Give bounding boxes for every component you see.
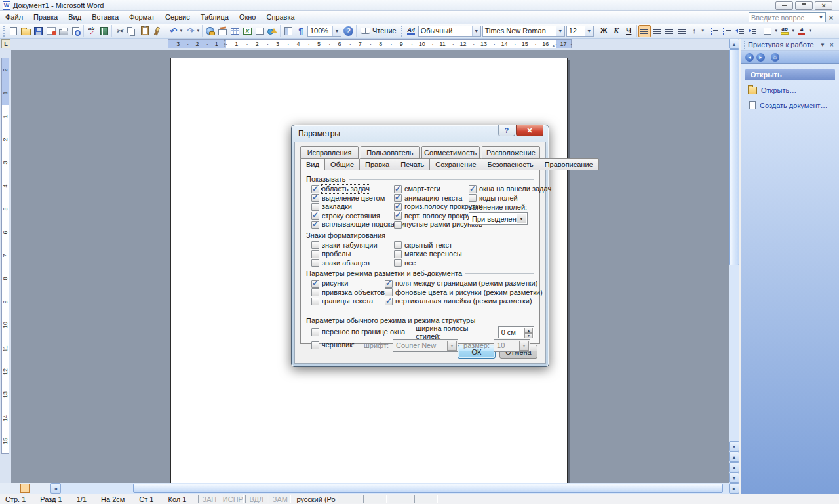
taskpane-link[interactable]: Создать документ… — [748, 101, 834, 109]
menu-item[interactable]: Файл — [0, 11, 28, 24]
tab-selector[interactable]: L — [1, 39, 10, 48]
styles-panel-button[interactable]: A4 — [405, 25, 418, 37]
chevron-down-icon[interactable]: ▼ — [817, 13, 825, 22]
checkbox-option[interactable]: область задач — [311, 185, 394, 193]
research-button[interactable] — [98, 25, 110, 37]
chevron-down-icon[interactable]: ▼ — [332, 26, 341, 36]
outline-view-button[interactable] — [30, 484, 40, 493]
checkbox-option[interactable]: выделение цветом — [311, 194, 394, 203]
copy-button[interactable] — [126, 25, 138, 37]
email-button[interactable] — [45, 25, 57, 37]
close-icon[interactable]: × — [826, 14, 836, 22]
format-painter-button[interactable] — [151, 25, 163, 37]
vertical-scrollbar[interactable]: ▲ ▼ ▲ ● ▼ — [729, 39, 739, 483]
checkbox[interactable] — [394, 259, 402, 267]
dialog-tab[interactable]: Совместимость — [421, 146, 480, 159]
bullet-list-button[interactable] — [721, 25, 733, 37]
insert-table-button[interactable] — [229, 25, 241, 37]
minimize-button[interactable] — [775, 1, 793, 10]
dialog-tab[interactable]: Исправления — [300, 146, 359, 159]
next-page-icon[interactable]: ▼ — [729, 473, 739, 483]
scroll-up-icon[interactable]: ▲ — [729, 39, 739, 49]
forward-icon[interactable]: ► — [756, 53, 765, 62]
chevron-down-icon[interactable]: ▼ — [585, 26, 593, 36]
field-shading-combobox[interactable]: При выделении ▼ — [469, 212, 528, 225]
horizontal-scrollbar[interactable]: ◄ ► — [0, 483, 739, 494]
checkbox[interactable] — [311, 185, 319, 193]
checkbox[interactable] — [469, 185, 477, 193]
spin-down-icon[interactable]: ▼ — [524, 333, 533, 338]
checkbox[interactable] — [469, 194, 477, 202]
line-spacing-dropdown-icon[interactable]: ▼ — [701, 29, 705, 33]
tables-borders-button[interactable] — [216, 25, 229, 37]
dialog-tab[interactable]: Расположение — [482, 146, 540, 159]
checkbox-option[interactable]: фоновые цвета и рисунки (режим разметки) — [385, 288, 543, 297]
checkbox[interactable] — [311, 194, 319, 202]
chevron-down-icon[interactable]: ▼ — [556, 26, 564, 36]
scroll-down-icon[interactable]: ▼ — [729, 441, 739, 452]
checkbox-option[interactable]: смарт-теги — [394, 185, 469, 193]
status-toggle[interactable]: ВДЛ — [245, 495, 267, 503]
reading-mode-button[interactable]: Чтение — [358, 24, 399, 37]
checkbox[interactable] — [394, 203, 402, 211]
font-color-dropdown-icon[interactable]: ▼ — [808, 29, 813, 33]
print-button[interactable] — [57, 25, 69, 37]
font-combobox[interactable]: Times New Roman ▼ — [482, 26, 565, 37]
chevron-down-icon[interactable]: ▼ — [818, 42, 827, 48]
close-icon[interactable]: × — [827, 41, 836, 48]
reading-view-button[interactable] — [40, 484, 50, 493]
taskpane-link[interactable]: Открыть… — [748, 87, 834, 94]
task-pane-grip[interactable] — [744, 41, 746, 49]
checkbox-option[interactable]: окна на панели задач — [469, 185, 551, 193]
web-layout-button[interactable] — [10, 484, 20, 493]
dialog-tab[interactable]: Печать — [395, 158, 430, 170]
checkbox-option[interactable]: границы текста — [311, 297, 385, 305]
redo-dropdown-icon[interactable]: ▼ — [196, 29, 201, 33]
checkbox[interactable] — [394, 241, 402, 249]
right-indent-marker[interactable]: ▲ — [551, 44, 556, 48]
checkbox[interactable] — [394, 212, 402, 220]
drawing-button[interactable] — [266, 25, 279, 37]
task-pane-section-header[interactable]: Открыть — [745, 69, 835, 80]
style-combobox[interactable]: Обычный ▼ — [418, 26, 481, 37]
checkbox-option[interactable]: строку состояния — [311, 212, 394, 220]
dialog-close-button[interactable]: ✕ — [516, 125, 543, 136]
checkbox-option[interactable]: закладки — [311, 203, 394, 211]
checkbox-option[interactable]: поля между страницами (режим разметки) — [385, 279, 543, 288]
spelling-button[interactable] — [85, 25, 98, 37]
menu-item[interactable]: Вид — [63, 11, 87, 24]
checkbox-option[interactable]: перенос по границе окна — [311, 328, 405, 336]
style-area-width-spinner[interactable]: 0 см ▲▼ — [498, 326, 534, 338]
checkbox-option[interactable]: привязка объектов — [311, 288, 385, 297]
borders-dropdown-icon[interactable]: ▼ — [774, 29, 779, 33]
undo-dropdown-icon[interactable]: ▼ — [179, 29, 184, 33]
checkbox-option[interactable]: пустые рамки рисунков — [394, 220, 469, 229]
checkbox-option[interactable]: пробелы — [311, 250, 394, 258]
checkbox[interactable] — [385, 298, 393, 305]
checkbox-option[interactable]: верт. полосу прокрутки — [394, 212, 469, 220]
checkbox-option[interactable]: вертикальная линейка (режим разметки) — [385, 297, 543, 305]
zoom-combobox[interactable]: 100% ▼ — [307, 26, 341, 37]
help-button[interactable] — [342, 25, 355, 37]
menu-item[interactable]: Окно — [234, 11, 262, 24]
indent-marker[interactable]: ▼▲▪ — [223, 39, 227, 47]
scroll-right-icon[interactable]: ► — [729, 483, 739, 494]
underline-button[interactable]: Ч — [623, 25, 635, 37]
bold-button[interactable]: Ж — [598, 25, 610, 37]
spin-up-icon[interactable]: ▲ — [524, 328, 533, 333]
checkbox[interactable] — [311, 241, 319, 249]
ask-question-input[interactable]: Введите вопрос ▼ — [749, 12, 826, 22]
back-icon[interactable]: ◄ — [745, 53, 754, 62]
decrease-indent-button[interactable] — [733, 25, 746, 37]
checkbox[interactable] — [385, 280, 393, 288]
select-browse-object-icon[interactable]: ● — [729, 462, 739, 473]
dialog-tab[interactable]: Пользователь — [361, 146, 419, 159]
justify-button[interactable] — [676, 25, 688, 37]
menu-item[interactable]: Сервис — [160, 11, 195, 24]
checkbox-option[interactable]: коды полей — [469, 194, 551, 203]
close-button[interactable]: × — [815, 1, 832, 10]
align-center-button[interactable] — [651, 25, 663, 37]
font-size-combobox[interactable]: 12 ▼ — [566, 26, 594, 37]
normal-view-button[interactable] — [1, 484, 10, 493]
menu-item[interactable]: Таблица — [195, 11, 234, 24]
